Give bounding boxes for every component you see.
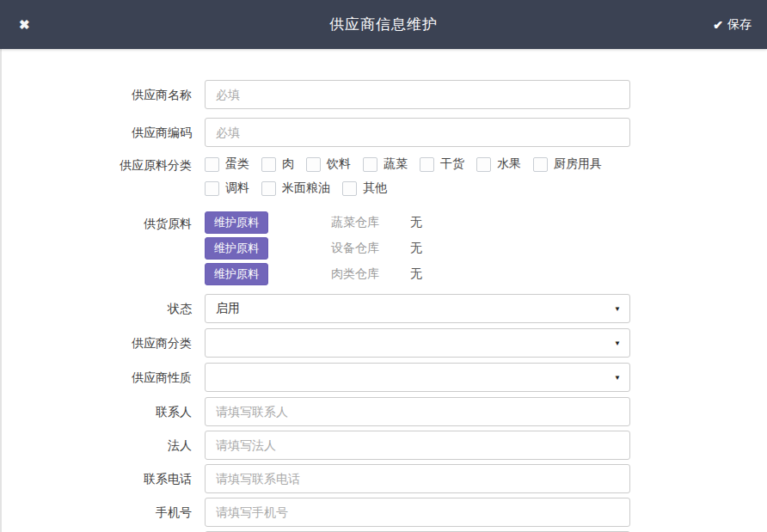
close-button[interactable]: ✖ — [14, 0, 35, 49]
material-category-row1: 蛋类 肉 饮料 蔬菜 干 — [205, 155, 630, 174]
save-button-label: 保存 — [727, 17, 752, 33]
warehouse-value: 无 — [410, 215, 422, 230]
status-label: 状态 — [2, 300, 192, 317]
supplier-category-label: 供应商分类 — [2, 334, 192, 352]
warehouse-value: 无 — [410, 266, 422, 282]
warehouse-value: 无 — [410, 241, 422, 256]
contact-phone-input[interactable] — [205, 464, 630, 493]
save-button[interactable]: ✔ 保存 — [708, 0, 757, 49]
supplier-maintenance-modal: ✖ 供应商信息维护 ✔ 保存 供应商名称 供应商编码 供应原料分类 — [0, 0, 767, 532]
supplier-code-label: 供应商编码 — [2, 124, 192, 141]
mobile-label: 手机号 — [2, 504, 192, 521]
supply-material-row-equipment: 维护原料 设备仓库 无 — [205, 237, 630, 260]
supply-materials-list: 维护原料 蔬菜仓库 无 维护原料 设备仓库 无 维护原料 肉类仓库 无 — [205, 211, 630, 285]
contact-phone-label: 联系电话 — [2, 470, 192, 487]
contact-label: 联系人 — [2, 403, 192, 420]
warehouse-name: 蔬菜仓库 — [331, 215, 410, 230]
close-icon: ✖ — [19, 17, 30, 33]
supplier-category-select[interactable]: ▼ — [205, 328, 630, 358]
checkbox-option-grain-oil[interactable]: 米面粮油 — [261, 180, 330, 196]
warehouse-name: 设备仓库 — [331, 241, 410, 256]
checkbox-option-vegetables[interactable]: 蔬菜 — [363, 156, 408, 172]
supplier-name-input[interactable] — [205, 80, 630, 109]
checkbox-label: 水果 — [497, 156, 521, 172]
checkbox-option-other[interactable]: 其他 — [342, 180, 387, 196]
legal-person-input[interactable] — [205, 431, 630, 460]
supply-material-row-vegetable: 维护原料 蔬菜仓库 无 — [205, 211, 630, 234]
contact-phone-row: 联系电话 — [2, 464, 767, 493]
chevron-down-icon: ▼ — [614, 374, 621, 382]
checkbox-label: 米面粮油 — [282, 180, 330, 196]
checkbox-option-seasoning[interactable]: 调料 — [205, 180, 249, 196]
checkbox[interactable] — [261, 181, 276, 196]
checkbox[interactable] — [205, 157, 219, 172]
checkbox-option-drinks[interactable]: 饮料 — [306, 156, 351, 172]
chevron-down-icon: ▼ — [614, 305, 621, 313]
status-select[interactable]: 启用 ▼ — [205, 294, 630, 323]
chevron-down-icon: ▼ — [614, 339, 621, 347]
contact-input[interactable] — [205, 397, 630, 426]
checkbox-option-fruit[interactable]: 水果 — [476, 156, 521, 172]
checkbox-label: 干货 — [440, 156, 464, 172]
checkbox[interactable] — [261, 157, 276, 172]
supplier-nature-label: 供应商性质 — [2, 369, 192, 386]
material-category-label: 供应原料分类 — [2, 155, 192, 174]
maintain-material-button[interactable]: 维护原料 — [205, 237, 268, 260]
legal-person-label: 法人 — [2, 437, 192, 454]
checkbox[interactable] — [342, 181, 357, 196]
checkbox-label: 饮料 — [327, 156, 351, 172]
mobile-input[interactable] — [205, 498, 630, 527]
supplier-category-row: 供应商分类 ▼ — [2, 328, 767, 358]
checkbox-label: 调料 — [225, 180, 249, 196]
checkbox[interactable] — [476, 157, 491, 172]
contact-row: 联系人 — [2, 397, 767, 426]
mobile-row: 手机号 — [2, 498, 767, 527]
checkbox[interactable] — [533, 157, 548, 172]
supplier-code-input[interactable] — [205, 118, 630, 147]
supplier-nature-select[interactable]: ▼ — [205, 363, 630, 392]
checkbox[interactable] — [205, 181, 219, 196]
checkbox-option-eggs[interactable]: 蛋类 — [205, 156, 249, 172]
checkbox-label: 蔬菜 — [384, 156, 408, 172]
check-icon: ✔ — [713, 18, 723, 32]
status-select-value: 启用 — [216, 301, 240, 316]
supply-material-row-meat: 维护原料 肉类仓库 无 — [205, 263, 630, 285]
checkbox-option-kitchenware[interactable]: 厨房用具 — [533, 156, 602, 172]
checkbox[interactable] — [420, 157, 434, 172]
status-row: 状态 启用 ▼ — [2, 294, 767, 323]
supplier-name-label: 供应商名称 — [2, 86, 192, 103]
maintain-material-button[interactable]: 维护原料 — [205, 263, 268, 285]
maintain-material-button[interactable]: 维护原料 — [205, 211, 268, 234]
supplier-name-row: 供应商名称 — [2, 80, 767, 109]
supply-materials-row: 供货原料 维护原料 蔬菜仓库 无 维护原料 设备仓库 无 维护原料 肉类仓库 无 — [2, 211, 767, 285]
form-body: 供应商名称 供应商编码 供应原料分类 蛋类 肉 — [0, 49, 767, 532]
material-category-row2: 调料 米面粮油 其他 — [205, 179, 630, 198]
material-category-options: 蛋类 肉 饮料 蔬菜 干 — [205, 155, 630, 198]
material-category-row: 供应原料分类 蛋类 肉 饮料 — [2, 155, 767, 198]
checkbox[interactable] — [363, 157, 377, 172]
supplier-nature-row: 供应商性质 ▼ — [2, 363, 767, 392]
supply-materials-label: 供货原料 — [2, 211, 192, 232]
legal-person-row: 法人 — [2, 431, 767, 460]
page-title: 供应商信息维护 — [0, 15, 767, 34]
checkbox-label: 肉 — [282, 156, 294, 172]
checkbox-label: 厨房用具 — [554, 156, 602, 172]
checkbox-option-meat[interactable]: 肉 — [261, 156, 294, 172]
supplier-code-row: 供应商编码 — [2, 118, 767, 147]
checkbox-label: 其他 — [363, 180, 387, 196]
warehouse-name: 肉类仓库 — [331, 266, 410, 282]
checkbox-option-dry-goods[interactable]: 干货 — [420, 156, 464, 172]
checkbox[interactable] — [306, 157, 321, 172]
checkbox-label: 蛋类 — [225, 156, 249, 172]
modal-header: ✖ 供应商信息维护 ✔ 保存 — [0, 0, 767, 49]
